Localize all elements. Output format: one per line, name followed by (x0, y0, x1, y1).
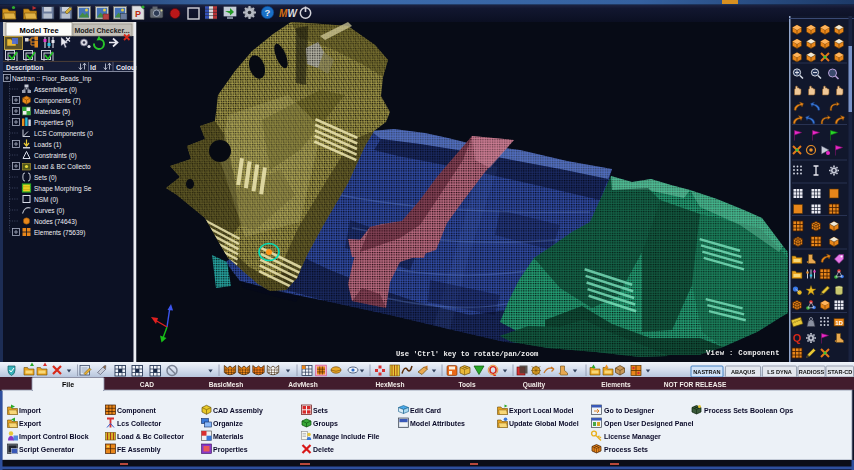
svg-text:Properties: Properties (213, 446, 248, 454)
svg-text:Script Generator: Script Generator (19, 446, 75, 454)
svg-text:Manage Include File: Manage Include File (313, 433, 380, 441)
svg-text:Process Sets Boolean Ops: Process Sets Boolean Ops (704, 407, 793, 415)
svg-text:Open User Designed Panel: Open User Designed Panel (604, 420, 694, 428)
svg-text:BasicMesh: BasicMesh (209, 381, 243, 388)
svg-text:Assemblies (0): Assemblies (0) (34, 86, 77, 94)
svg-text:Materials: Materials (213, 433, 243, 440)
svg-text:Model Tree: Model Tree (19, 26, 58, 35)
svg-text:Sets: Sets (313, 407, 328, 414)
svg-text:FE Assembly: FE Assembly (117, 446, 161, 454)
svg-text:View : Component: View : Component (706, 349, 780, 357)
svg-text:?: ? (265, 7, 271, 18)
svg-text:Elements: Elements (601, 381, 631, 388)
svg-text:Go to Designer: Go to Designer (604, 407, 654, 415)
svg-text:Groups: Groups (313, 420, 338, 428)
svg-text:HexMesh: HexMesh (376, 381, 405, 388)
svg-text:Load & Bc Collector: Load & Bc Collector (117, 433, 184, 440)
svg-text:File: File (62, 381, 74, 388)
svg-text:Shape Morphing Se: Shape Morphing Se (34, 185, 92, 193)
svg-text:Constraints (0): Constraints (0) (34, 152, 77, 160)
svg-text:Use 'Ctrl' key to rotate/pan/z: Use 'Ctrl' key to rotate/pan/zoom (396, 350, 539, 358)
svg-text:Components (7): Components (7) (34, 97, 81, 105)
svg-text:Delete: Delete (313, 446, 334, 453)
svg-text:Lcs Collector: Lcs Collector (117, 420, 162, 427)
svg-text:NASTRAN: NASTRAN (693, 369, 720, 375)
svg-text:P: P (135, 9, 141, 19)
svg-text:Curves (0): Curves (0) (34, 207, 64, 215)
svg-text:Export Local Model: Export Local Model (509, 407, 574, 415)
svg-text:LS DYNA: LS DYNA (767, 369, 792, 375)
svg-text:Elements (75639): Elements (75639) (34, 229, 85, 237)
svg-text:Loads (1): Loads (1) (34, 141, 61, 149)
svg-text:CAD: CAD (140, 381, 155, 388)
svg-text:Id: Id (90, 64, 96, 71)
svg-text:Tools: Tools (458, 381, 475, 388)
svg-text:NSM (0): NSM (0) (34, 196, 58, 204)
svg-text:AdvMesh: AdvMesh (288, 381, 317, 388)
svg-text:Model Attributes: Model Attributes (410, 420, 465, 427)
svg-text:NOT FOR RELEASE: NOT FOR RELEASE (664, 381, 727, 388)
svg-text:Import Control Block: Import Control Block (19, 433, 89, 441)
svg-text:Description: Description (6, 64, 43, 72)
svg-text:Edit Card: Edit Card (410, 407, 441, 414)
svg-text:Process Sets: Process Sets (604, 446, 648, 453)
svg-text:RADIOSS: RADIOSS (799, 369, 825, 375)
svg-text:ABAQUS: ABAQUS (731, 369, 756, 375)
svg-text:Quality: Quality (523, 381, 546, 389)
svg-text:Organize: Organize (213, 420, 243, 428)
svg-text:Export: Export (19, 420, 42, 428)
svg-text:Update Global Model: Update Global Model (509, 420, 579, 428)
svg-text:Model Checker...: Model Checker... (74, 27, 129, 34)
svg-text:Import: Import (19, 407, 41, 415)
svg-text:CAD Assembly: CAD Assembly (213, 407, 263, 415)
svg-text:STAR-CD: STAR-CD (828, 369, 853, 375)
svg-text:Properties (5): Properties (5) (34, 119, 73, 127)
svg-text:Sets (0): Sets (0) (34, 174, 57, 182)
svg-text:Component: Component (117, 407, 157, 415)
svg-text:Load & BC Collecto: Load & BC Collecto (34, 163, 91, 170)
svg-text:Nastran :: Floor_Beads_Inp: Nastran :: Floor_Beads_Inp (12, 75, 92, 83)
svg-text:W: W (288, 8, 299, 19)
svg-text:Nodes (74643): Nodes (74643) (34, 218, 77, 226)
svg-text:LCS Components (0: LCS Components (0 (34, 130, 93, 138)
svg-text:License Manager: License Manager (604, 433, 661, 441)
svg-text:Materials (5): Materials (5) (34, 108, 70, 116)
